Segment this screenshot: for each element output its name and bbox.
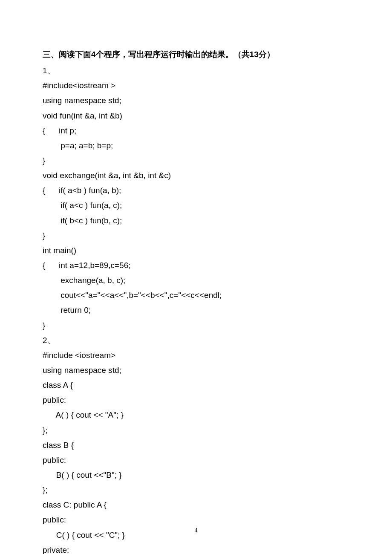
code-line: void exchange(int &a, int &b, int &c) (43, 168, 349, 183)
code-line: { int p; (43, 123, 349, 138)
code-line: #include <iostream> (43, 348, 349, 363)
code-line: exchange(a, b, c); (43, 273, 349, 288)
code-line: private: (43, 542, 349, 554)
code-line: 1、 (43, 63, 349, 78)
code-line: } (43, 318, 349, 333)
code-line: 2、 (43, 333, 349, 348)
code-line: cout<<"a="<<a<<",b="<<b<<",c="<<c<<endl; (43, 288, 349, 303)
code-line: B( ) { cout <<"B"; } (43, 467, 349, 482)
code-line: #include<iostream > (43, 78, 349, 93)
code-line: using namespace std; (43, 93, 349, 108)
code-line: A( ) { cout << "A"; } (43, 407, 349, 422)
code-line: p=a; a=b; b=p; (43, 138, 349, 153)
code-line: } (43, 153, 349, 168)
code-line: if( a<c ) fun(a, c); (43, 198, 349, 213)
section-heading: 三、阅读下面4个程序，写出程序运行时输出的结果。（共13分） (43, 47, 349, 62)
code-line: class A { (43, 378, 349, 392)
code-line: void fun(int &a, int &b) (43, 108, 349, 123)
code-content: 1、#include<iostream >using namespace std… (43, 63, 349, 554)
code-line: if( b<c ) fun(b, c); (43, 213, 349, 228)
code-line: { if( a<b ) fun(a, b); (43, 183, 349, 198)
code-line: }; (43, 482, 349, 497)
page-number: 4 (0, 525, 392, 536)
code-line: return 0; (43, 303, 349, 317)
code-line: }; (43, 423, 349, 438)
code-line: public: (43, 453, 349, 467)
code-line: class C: public A { (43, 497, 349, 512)
code-line: int main() (43, 243, 349, 258)
code-line: class B { (43, 438, 349, 453)
code-line: { int a=12,b=89,c=56; (43, 258, 349, 273)
code-line: using namespace std; (43, 363, 349, 378)
code-line: } (43, 228, 349, 243)
code-line: public: (43, 392, 349, 407)
